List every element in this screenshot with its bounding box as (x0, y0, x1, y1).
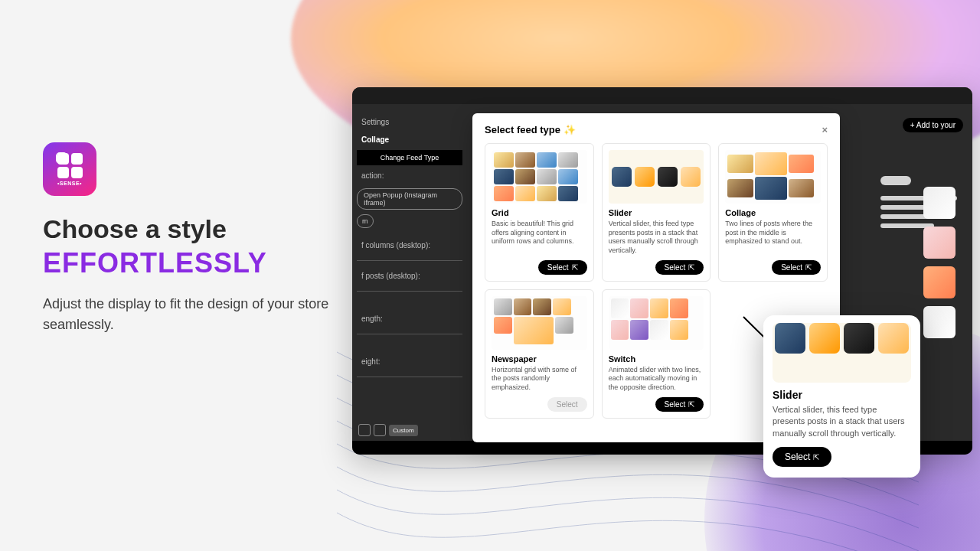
change-feed-type-button[interactable]: Change Feed Type (357, 150, 462, 165)
window-titlebar (352, 87, 972, 104)
select-button[interactable]: Select⇱ (655, 260, 704, 275)
apply-icon: ⇱ (688, 263, 694, 272)
sidebar-settings[interactable]: Settings (357, 115, 462, 129)
product-thumb[interactable] (923, 306, 956, 338)
card-title: Switch (609, 354, 704, 364)
sidebar-collage[interactable]: Collage (357, 132, 462, 147)
feed-card-collage: Collage Two lines of posts where the pos… (718, 143, 828, 282)
apply-icon: ⇱ (813, 453, 819, 461)
product-thumb[interactable] (923, 227, 956, 259)
preview-switch (609, 296, 704, 350)
select-button[interactable]: Select⇱ (772, 260, 821, 275)
product-thumb[interactable] (923, 266, 956, 298)
feed-card-grid: Grid Basic is beautiful! This grid offer… (485, 143, 594, 282)
height-label: eight: (357, 354, 462, 369)
title-line1: Choose a style (43, 214, 227, 243)
preview-collage (725, 150, 821, 204)
feed-card-switch: Switch Animated slider with two lines, e… (602, 289, 711, 419)
select-button[interactable]: Select⇱ (773, 447, 831, 467)
card-title: Slider (773, 389, 911, 401)
preview-slider-large (773, 323, 911, 383)
feed-card-slider: Slider Vertical slider, this feed type p… (602, 143, 711, 282)
m-pill[interactable]: m (357, 214, 374, 228)
card-desc: Animated slider with two lines, each aut… (609, 366, 704, 393)
card-desc: Vertical slider, this feed type presents… (609, 220, 704, 256)
card-desc: Basic is beautiful! This grid offers ali… (492, 220, 587, 256)
card-title: Grid (492, 208, 587, 217)
length-label: ength: (357, 311, 462, 326)
apply-icon: ⇱ (805, 263, 812, 272)
feed-card-newspaper: Newspaper Horizontal grid with some of t… (485, 289, 594, 419)
color-swatches: Custom (358, 424, 418, 436)
card-desc: Two lines of posts where the post in the… (725, 220, 821, 256)
action-pill[interactable]: Open Popup (Instagram Iframe) (357, 188, 462, 210)
custom-swatch[interactable]: Custom (389, 425, 418, 436)
preview-newspaper (492, 296, 587, 350)
title-line2: EFFORTLESSLY (43, 247, 334, 279)
camera-icon (56, 152, 67, 164)
product-thumb[interactable] (923, 187, 956, 219)
card-desc: Vertical slider, this feed type presents… (773, 404, 911, 439)
card-title: Slider (609, 208, 704, 217)
select-button[interactable]: Select⇱ (538, 260, 587, 275)
add-to-your-button[interactable]: + Add to your (903, 118, 963, 132)
action-label: action: (357, 168, 462, 183)
page-title: Choose a style EFFORTLESSLY (43, 214, 334, 279)
cols-label: f columns (desktop): (357, 238, 462, 253)
page-subtitle: Adjust the display to fit the design of … (43, 294, 334, 335)
swatch[interactable] (374, 424, 386, 436)
select-button[interactable]: Select (547, 397, 587, 412)
app-sublabel: •SENSE• (57, 181, 82, 186)
app-icon: •SENSE• (43, 142, 96, 196)
select-button[interactable]: Select⇱ (655, 397, 704, 412)
close-icon[interactable]: × (822, 124, 828, 135)
editor-sidebar: Settings Collage Change Feed Type action… (352, 104, 467, 393)
apply-icon: ⇱ (688, 400, 694, 409)
card-desc: Horizontal grid with some of the posts r… (492, 366, 587, 393)
posts-label: f posts (desktop): (357, 269, 462, 283)
slider-card-callout: Slider Vertical slider, this feed type p… (763, 315, 920, 478)
preview-grid (492, 150, 587, 204)
preview-slider (609, 150, 704, 204)
card-title: Collage (725, 208, 821, 217)
apply-icon: ⇱ (572, 263, 578, 272)
modal-title: Select feed type ✨ (485, 124, 576, 135)
card-title: Newspaper (492, 354, 587, 364)
swatch[interactable] (358, 424, 371, 436)
